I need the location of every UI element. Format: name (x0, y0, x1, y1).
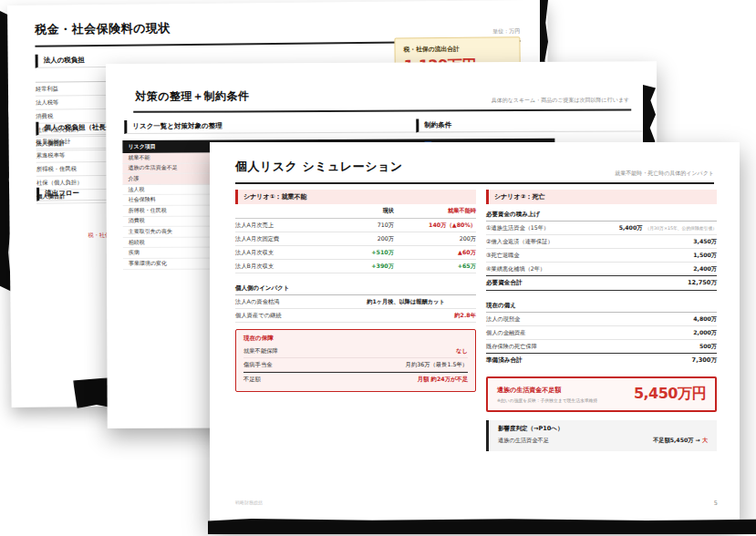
coverage-row: 傷病手当金 月約36万（最長1.5年） (243, 358, 468, 372)
scenario1-column: シナリオ①：就業不能 現状 就業不能時 法人A月次売上 710万 140万（▲8… (235, 190, 476, 392)
header-note: 具体的なスキーム・商品のご提案は次回以降に行います (492, 96, 630, 105)
shortage-amount: 5,450万円 (634, 385, 706, 404)
current-coverage-box: 現在の保障 就業不能保障 なし 傷病手当金 月約36万（最長1.5年） 不足額 … (235, 329, 476, 392)
shortage-title: 遺族の生活資金不足額 (497, 386, 634, 395)
sim-row: 法人B月次収支 +390万 +65万 (235, 260, 476, 273)
needs-row: ④業績悪化補填（2年） 2,400万 (486, 263, 717, 276)
sim-row: 法人A月次固定費 200万 200万 (235, 232, 476, 246)
needs-subheader: 必要資金の積み上げ (486, 208, 717, 222)
impact-subheader: 個人側のインパクト (235, 282, 476, 295)
callout-label: 税・社保の流出合計 (403, 44, 511, 54)
title-rule (235, 182, 714, 184)
header-note: 就業不能時・死亡時の具体的インパクト (615, 170, 714, 178)
shortage-note: ※想いの強度を反映：子供独立まで現生活水準維持 (497, 397, 634, 403)
torn-edge-bottom (208, 519, 756, 534)
prepared-row: 個人の金融資産 2,000万 (486, 326, 717, 340)
sim-row: 法人A月次売上 710万 140万（▲80%） (235, 219, 476, 232)
prepared-subheader: 現在の備え (486, 299, 717, 313)
impact-row: 個人資産での継続 約2.8年 (235, 309, 476, 323)
page-number: 5 (714, 500, 718, 507)
page-title: 対策の整理＋制約条件 (135, 88, 249, 105)
survivor-shortage-box: 遺族の生活資金不足額 ※想いの強度を反映：子供独立まで現生活水準維持 5,450… (486, 376, 717, 412)
page-title: 税金・社会保険料の現状 (35, 20, 171, 38)
col-disabled: 就業不能時 (394, 207, 476, 215)
section-header: 制約条件 (416, 118, 642, 132)
needs-row: ①遺族生活資金（15年） 5,400万 （月30万×15年、公的保険差引後） (486, 222, 717, 235)
shortfall-row: 不足額 月額 約24万が不足 (243, 372, 468, 386)
scenario2-column: シナリオ②：死亡 必要資金の積み上げ ①遺族生活資金（15年） 5,400万 （… (486, 190, 717, 451)
title-rule (133, 108, 631, 112)
page-personal-risk-simulation: 個人リスク シミュレーション 就業不能時・死亡時の具体的インパクト シナリオ①：… (210, 142, 740, 525)
impact-row: 法人Aの資金枯渇 約1ヶ月後、以降は報酬カット (235, 295, 476, 309)
judgment-row: 遺族の生活資金不足 不足額5,450万 → 大 (498, 437, 708, 445)
scattered-report-pages: 税金・社会保険料の現状 単位：万円 法人の税負担 法人A 法人B 合計 経常利益… (0, 0, 756, 536)
scenario1-header: シナリオ①：就業不能 (235, 190, 476, 204)
judgment-title: 影響度判定（→P10へ） (498, 425, 708, 433)
unit-note: 単位：万円 (492, 27, 520, 36)
footer-label: 戦略財務総括 (235, 500, 263, 505)
prepared-total-row: 準備済み合計 7,300万 (486, 353, 717, 367)
prepared-row: 既存保険の死亡保障 500万 (486, 340, 717, 354)
sim-row: 法人A月次収支 +510万 ▲60万 (235, 246, 476, 260)
page-title: 個人リスク シミュレーション (235, 159, 403, 175)
coverage-box-title: 現在の保障 (243, 335, 468, 343)
col-current: 現状 (328, 207, 394, 215)
scenario2-header: シナリオ②：死亡 (486, 190, 717, 204)
coverage-row: 就業不能保障 なし (243, 345, 468, 358)
scenario1-table-header: 現状 就業不能時 (235, 204, 476, 219)
impact-judgment-box: 影響度判定（→P10へ） 遺族の生活資金不足 不足額5,450万 → 大 (486, 420, 717, 451)
prepared-row: 法人の現預金 4,800万 (486, 313, 717, 326)
needs-total-row: 必要資金合計 12,750万 (486, 275, 717, 291)
needs-row: ③死亡退職金 1,500万 (486, 249, 717, 263)
severity-badge: 大 (702, 437, 708, 445)
needs-row: ②借入金返済（連帯保証） 3,450万 (486, 235, 717, 249)
